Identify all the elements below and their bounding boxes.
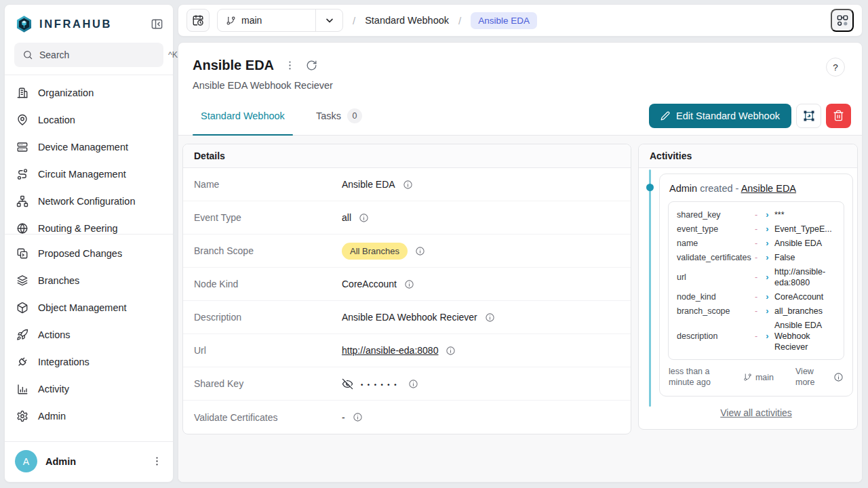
chevron-down-icon	[324, 15, 335, 26]
sidebar-item-circuit-management[interactable]: Circuit Management	[5, 161, 173, 188]
detail-label: Shared Key	[194, 378, 342, 389]
activity-timestamp: less than a minute ago	[669, 367, 734, 388]
info[interactable]	[404, 279, 414, 289]
property-name: branch_scope	[677, 306, 750, 316]
branch-selector[interactable]: main	[217, 9, 343, 32]
activities-panel-title: Activities	[639, 144, 857, 168]
property-dash-marker: -	[752, 306, 760, 316]
sidebar-item-integrations[interactable]: Integrations	[5, 348, 173, 375]
git-branch-icon	[743, 373, 752, 382]
activities-panel: Activities Admin created - Ansible EDA s…	[638, 144, 858, 430]
property-chevron-marker: ›	[762, 252, 772, 262]
sidebar-menu-primary: OrganizationLocationDevice ManagementCir…	[5, 75, 173, 234]
sidebar-item-location[interactable]: Location	[5, 106, 173, 134]
tab-standard-webhook[interactable]: Standard Webhook	[193, 96, 293, 135]
branch-selector-value: main	[218, 9, 315, 31]
branch-selector-toggle[interactable]	[316, 9, 342, 31]
property-chevron-marker: ›	[762, 331, 772, 341]
box-icon	[16, 302, 28, 314]
property-name: url	[677, 272, 750, 282]
sidebar-item-routing-peering[interactable]: Routing & Peering	[5, 215, 173, 234]
property-value: CoreAccount	[774, 291, 837, 302]
breadcrumb-separator: /	[456, 15, 463, 26]
url-link[interactable]: http://ansible-eda:8080	[342, 345, 438, 356]
activity-property-shared-key: shared_key-›***	[677, 207, 837, 222]
info[interactable]	[485, 312, 495, 323]
search-input[interactable]	[39, 49, 162, 60]
activity-property-branch-scope: branch_scope-›all_branches	[677, 304, 837, 318]
info[interactable]	[359, 213, 369, 223]
view-all-activities-link[interactable]: View all activities	[659, 407, 853, 418]
pencil-icon	[660, 111, 670, 121]
sidebar-item-label: Device Management	[38, 142, 128, 152]
detail-value-text: Ansible EDA	[342, 179, 395, 190]
activity-branch: main	[743, 373, 774, 382]
activity-branch-name: main	[755, 373, 774, 382]
manage-groups-button[interactable]	[796, 104, 821, 128]
help-button[interactable]: ?	[826, 58, 845, 77]
sidebar-item-organization[interactable]: Organization	[5, 79, 173, 106]
sidebar-user[interactable]: A Admin	[5, 441, 173, 482]
sidebar-item-network-configuration[interactable]: Network Configuration	[5, 188, 173, 215]
property-dash-marker: -	[752, 239, 760, 248]
info[interactable]	[353, 412, 363, 422]
sidebar-item-proposed-changes[interactable]: Proposed Changes	[5, 240, 173, 267]
sidebar-collapse-icon[interactable]	[151, 18, 163, 30]
detail-value: All Branches	[342, 243, 425, 260]
detail-value-text: Ansible EDA Webhook Reciever	[342, 312, 477, 323]
property-dash-marker: -	[752, 210, 760, 220]
property-value: Ansible EDA Webhook Reciever	[774, 320, 837, 352]
detail-row-url: Urlhttp://ansible-eda:8080	[183, 334, 631, 367]
time-travel-button[interactable]	[186, 9, 210, 32]
title-kebab-icon[interactable]	[284, 60, 296, 71]
sidebar-item-branches[interactable]: Branches	[5, 267, 173, 294]
breadcrumb-parent[interactable]: Standard Webhook	[365, 15, 449, 26]
refresh-icon[interactable]	[306, 60, 317, 71]
sidebar-item-activity[interactable]: Activity	[5, 375, 173, 403]
logo-row: INFRAHUB	[5, 5, 173, 41]
info-icon[interactable]	[833, 372, 844, 382]
edit-webhook-button[interactable]: Edit Standard Webhook	[649, 104, 791, 128]
info[interactable]	[408, 379, 418, 389]
user-menu-kebab-icon[interactable]	[151, 455, 163, 467]
detail-value: -	[342, 412, 363, 423]
diff-icon	[16, 247, 28, 260]
sidebar-item-admin[interactable]: Admin	[5, 403, 173, 430]
activity-property-name: name-›Ansible EDA	[677, 236, 837, 250]
tab-tasks[interactable]: Tasks 0	[308, 96, 370, 135]
sidebar-item-object-management[interactable]: Object Management	[5, 294, 173, 321]
detail-value-text: all	[342, 212, 351, 223]
user-name: Admin	[45, 456, 76, 467]
view-more-link[interactable]: View more	[795, 367, 824, 388]
property-chevron-marker: ›	[762, 291, 772, 302]
sidebar-item-actions[interactable]: Actions	[5, 321, 173, 348]
sidebar-item-label: Circuit Management	[38, 169, 126, 180]
schema-button[interactable]	[831, 9, 854, 32]
detail-row-node-kind: Node KindCoreAccount	[183, 268, 631, 301]
branch-scope-badge: All Branches	[342, 243, 408, 260]
detail-value: ••••••	[342, 378, 418, 390]
info[interactable]	[415, 246, 425, 256]
search-icon	[22, 49, 33, 60]
activity-object-link[interactable]: Ansible EDA	[741, 183, 796, 194]
property-name: validate_certificates	[677, 253, 750, 262]
search-box[interactable]: ^K	[14, 43, 163, 67]
content-area: Details NameAnsible EDAEvent TypeallBran…	[178, 136, 862, 482]
property-value: Ansible EDA	[774, 238, 837, 249]
detail-label: Name	[194, 179, 342, 190]
breadcrumb-current[interactable]: Ansible EDA	[471, 12, 537, 29]
sidebar-item-device-management[interactable]: Device Management	[5, 134, 173, 161]
activity-entry: Admin created - Ansible EDA shared_key-›…	[659, 174, 853, 396]
info[interactable]	[446, 346, 456, 356]
delete-button[interactable]	[826, 104, 851, 128]
eye-off[interactable]	[342, 378, 353, 390]
detail-value: CoreAccount	[342, 279, 414, 289]
detail-label: Description	[194, 312, 342, 323]
edit-button-label: Edit Standard Webhook	[676, 110, 780, 121]
info[interactable]	[403, 180, 413, 190]
masked-secret-value: ••••••	[361, 380, 401, 388]
property-value: Event_TypeE...	[774, 224, 837, 235]
workflow-icon	[836, 14, 849, 27]
page-title: Ansible EDA	[193, 58, 274, 73]
sidebar: INFRAHUB ^K OrganizationLocationDevice M…	[4, 4, 174, 483]
